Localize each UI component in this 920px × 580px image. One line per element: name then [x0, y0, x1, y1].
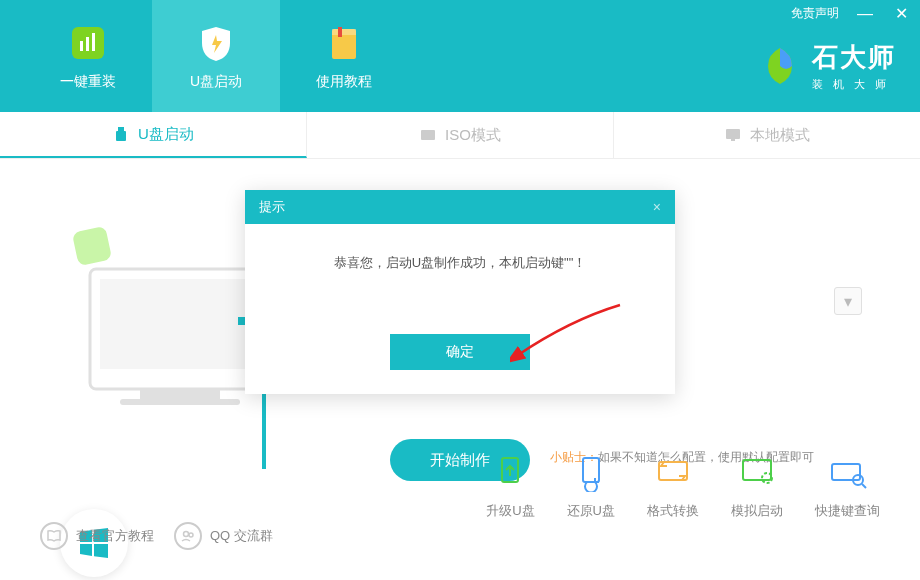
action-label: 模拟启动	[731, 502, 783, 520]
qq-group-link[interactable]: QQ 交流群	[174, 522, 273, 550]
svg-rect-22	[743, 460, 771, 480]
svg-line-26	[862, 484, 866, 488]
svg-rect-15	[120, 399, 240, 405]
bottom-left-links: 查看官方教程 QQ 交流群	[40, 522, 273, 550]
svg-rect-2	[86, 37, 89, 51]
svg-rect-6	[338, 27, 342, 37]
svg-rect-5	[332, 29, 356, 35]
close-button[interactable]: ✕	[891, 4, 912, 23]
action-format-convert[interactable]: 格式转换	[647, 450, 699, 520]
bottom-actions: 升级U盘 还原U盘 格式转换 模拟启动 快捷键查询	[486, 450, 880, 520]
restore-icon	[569, 450, 613, 494]
upgrade-icon	[488, 450, 532, 494]
config-dropdown[interactable]: ▾	[834, 287, 862, 315]
disclaimer-link[interactable]: 免责声明	[791, 5, 839, 22]
nav-tab-reinstall[interactable]: 一键重装	[24, 0, 152, 112]
minimize-button[interactable]: —	[853, 5, 877, 23]
mode-tab-label: ISO模式	[445, 126, 501, 145]
svg-rect-16	[72, 226, 112, 266]
svg-rect-20	[583, 458, 599, 482]
svg-rect-11	[731, 139, 735, 141]
convert-icon	[651, 450, 695, 494]
chevron-down-icon: ▾	[844, 292, 852, 311]
svg-rect-9	[421, 130, 435, 140]
chart-icon	[66, 21, 110, 65]
window-controls: 免责声明 — ✕	[791, 4, 912, 23]
nav-tab-label: 使用教程	[316, 73, 372, 91]
action-label: 格式转换	[647, 502, 699, 520]
mode-tab-label: U盘启动	[138, 125, 194, 144]
svg-rect-8	[116, 131, 126, 141]
brand-logo-icon	[758, 44, 802, 88]
simulate-icon	[735, 450, 779, 494]
keyboard-search-icon	[826, 450, 870, 494]
mode-tab-usb[interactable]: U盘启动	[0, 112, 307, 158]
action-label: 还原U盘	[567, 502, 615, 520]
nav-tab-label: 一键重装	[60, 73, 116, 91]
people-icon	[174, 522, 202, 550]
mode-tabs: U盘启动 ISO模式 本地模式	[0, 112, 920, 159]
mode-tab-iso[interactable]: ISO模式	[307, 112, 614, 158]
book-icon	[322, 21, 366, 65]
nav-tab-tutorial[interactable]: 使用教程	[280, 0, 408, 112]
action-simulate-boot[interactable]: 模拟启动	[731, 450, 783, 520]
iso-icon	[419, 126, 437, 144]
mode-tab-local[interactable]: 本地模式	[614, 112, 920, 158]
svg-rect-10	[726, 129, 740, 139]
success-modal: 提示 × 恭喜您，启动U盘制作成功，本机启动键""！ 确定	[245, 190, 675, 394]
action-label: 快捷键查询	[815, 502, 880, 520]
usb-icon	[112, 125, 130, 143]
action-upgrade-usb[interactable]: 升级U盘	[486, 450, 534, 520]
app-header: 免责声明 — ✕ 一键重装 U盘启动 使用教程 石大师 装机大师	[0, 0, 920, 112]
svg-point-28	[189, 533, 193, 537]
action-restore-usb[interactable]: 还原U盘	[567, 450, 615, 520]
svg-rect-24	[832, 464, 860, 480]
action-label: 升级U盘	[486, 502, 534, 520]
shield-icon	[194, 21, 238, 65]
link-label: QQ 交流群	[210, 527, 273, 545]
svg-rect-7	[118, 127, 124, 131]
modal-footer: 确定	[245, 334, 675, 394]
svg-rect-14	[140, 389, 220, 399]
modal-ok-button[interactable]: 确定	[390, 334, 530, 370]
official-tutorial-link[interactable]: 查看官方教程	[40, 522, 154, 550]
nav-tabs: 一键重装 U盘启动 使用教程	[24, 0, 408, 112]
book-open-icon	[40, 522, 68, 550]
svg-point-27	[184, 532, 189, 537]
modal-message: 恭喜您，启动U盘制作成功，本机启动键""！	[245, 224, 675, 334]
svg-rect-13	[100, 279, 260, 369]
action-hotkey-lookup[interactable]: 快捷键查询	[815, 450, 880, 520]
nav-tab-usb-boot[interactable]: U盘启动	[152, 0, 280, 112]
svg-rect-3	[92, 33, 95, 51]
brand: 石大师 装机大师	[758, 40, 896, 92]
modal-title: 提示	[259, 198, 285, 216]
brand-title: 石大师	[812, 40, 896, 75]
link-label: 查看官方教程	[76, 527, 154, 545]
nav-tab-label: U盘启动	[190, 73, 242, 91]
modal-header: 提示 ×	[245, 190, 675, 224]
brand-subtitle: 装机大师	[812, 77, 896, 92]
modal-close-button[interactable]: ×	[653, 199, 661, 215]
monitor-icon	[724, 126, 742, 144]
svg-rect-1	[80, 41, 83, 51]
mode-tab-label: 本地模式	[750, 126, 810, 145]
